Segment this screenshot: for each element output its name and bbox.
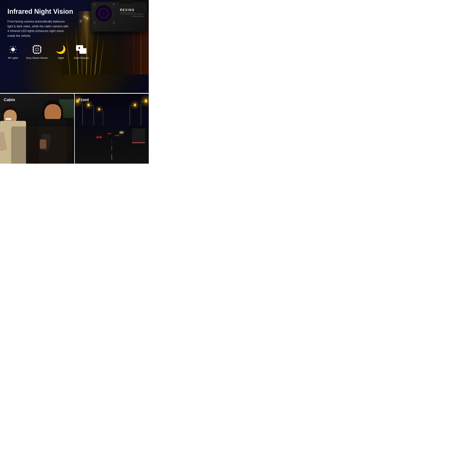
top-content: Infrared Night Vision Front facing camer… (7, 7, 141, 38)
pole-r2 (129, 107, 130, 125)
pin-l3 (33, 51, 34, 51)
seat-back (11, 126, 72, 164)
tail-light-l2 (116, 135, 117, 136)
cabin-panel: Cabin (0, 94, 75, 164)
pin-b3 (38, 53, 39, 54)
chip-body (33, 46, 41, 53)
feature-sony: Sony Starvis Sensor (26, 44, 48, 59)
headlight-2 (122, 132, 123, 133)
ray-ne (15, 46, 16, 47)
feature-label-night: Night (58, 56, 64, 59)
ir-dot-tl (93, 3, 96, 6)
tail-light-r3 (110, 133, 111, 134)
bottom-section: Cabin (0, 93, 149, 164)
person1-teeth (6, 118, 11, 120)
feature-dual: Dual Channel (74, 44, 89, 59)
pin-r1 (41, 47, 41, 48)
chip-icon (33, 45, 41, 54)
front-scene (75, 94, 149, 164)
ray-nw (10, 46, 11, 47)
ray-se (15, 52, 16, 53)
sun-center (11, 48, 15, 51)
pole-r1 (141, 103, 141, 125)
pin-r2 (41, 49, 41, 50)
light-3 (98, 108, 100, 110)
cabin-label: Cabin (4, 97, 15, 102)
feature-label-4r: 4R Lights (8, 56, 18, 59)
car-3-lights (108, 133, 111, 134)
pin-l2 (33, 49, 34, 50)
car-2-lights (116, 135, 119, 136)
front-panel: Front (75, 94, 149, 164)
pin-l1 (33, 47, 34, 48)
ray-e (15, 49, 17, 50)
sun-icon (9, 45, 17, 53)
feature-night: 🌙 Night (55, 44, 67, 59)
road-dash-1 (111, 154, 112, 160)
light-2 (87, 103, 90, 106)
tail-light-r (100, 137, 101, 137)
pole-3 (103, 110, 103, 125)
tail-light-l3 (108, 133, 109, 134)
pole-2 (93, 107, 94, 125)
ir-dot-tr (113, 3, 115, 6)
features-row: 4R Lights (7, 44, 141, 61)
top-section: REXING 2CH FHD DIGITAL RECORDER Infrared… (0, 0, 149, 93)
feature-icon-night: 🌙 (55, 44, 67, 55)
ray-sw (10, 52, 11, 53)
truck-body (132, 128, 145, 143)
road-dash-3 (112, 139, 112, 143)
road-dash-2 (111, 146, 112, 151)
pin-b2 (36, 53, 37, 54)
pin-b1 (34, 53, 35, 54)
chip-core (35, 48, 38, 51)
pin-t1 (34, 45, 35, 46)
moon-icon: 🌙 (56, 45, 66, 53)
pin-t2 (36, 45, 37, 46)
ray-s (13, 52, 13, 53)
feature-icon-sony (32, 44, 43, 55)
cabin-scene (0, 94, 74, 164)
headlight-1 (120, 132, 121, 133)
feature-label-sony: Sony Starvis Sensor (26, 56, 48, 59)
truck-brake-lights (132, 142, 145, 143)
light-r1 (145, 99, 147, 103)
front-label: Front (78, 97, 89, 102)
side-button (145, 6, 147, 11)
light-r2 (134, 103, 136, 106)
pin-t3 (38, 45, 39, 46)
dual-play-icon (79, 47, 81, 49)
feature-label-dual: Dual Channel (74, 56, 89, 59)
main-title: Infrared Night Vision (7, 7, 141, 16)
dual-channel-icon (76, 45, 86, 54)
ray-n (13, 46, 13, 47)
pin-r3 (41, 51, 41, 51)
car-1-lights (97, 137, 101, 137)
pole-1 (82, 103, 83, 125)
feature-icon-4r (7, 44, 18, 55)
camera-mount (119, 0, 134, 4)
ray-w (9, 49, 11, 50)
main-description: Front facing camera automatically balanc… (7, 19, 71, 38)
oncoming-lights (120, 132, 123, 133)
tail-light-r2 (118, 135, 119, 136)
tail-light-l (97, 137, 98, 137)
feature-4r-lights: 4R Lights (7, 44, 18, 59)
feature-icon-dual (76, 44, 87, 55)
